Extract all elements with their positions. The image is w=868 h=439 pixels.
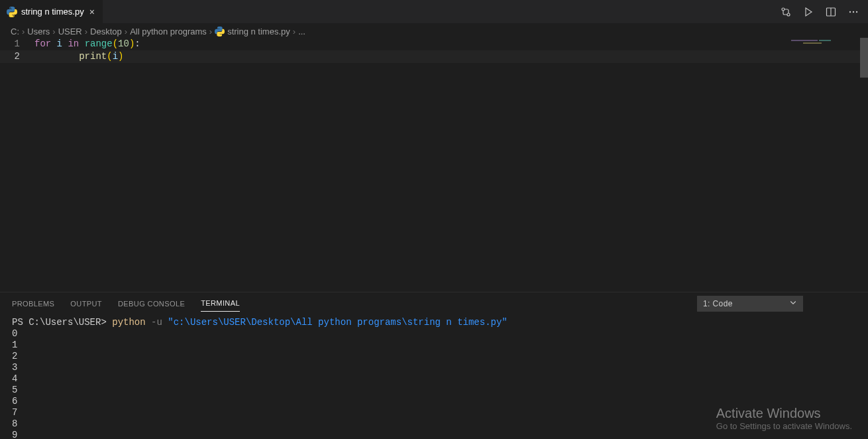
panel-tab-problems[interactable]: PROBLEMS [12, 296, 54, 312]
panel-tab-debug-console[interactable]: DEBUG CONSOLE [118, 296, 185, 312]
terminal-output-line: 0 [12, 328, 856, 340]
terminal-selector-label: 1: Code [703, 299, 733, 308]
breadcrumb-part[interactable]: C: [11, 27, 19, 36]
breadcrumb-tail[interactable]: ... [298, 27, 305, 36]
code-line[interactable]: 2 print(i) [0, 50, 868, 63]
minimap[interactable] [788, 38, 868, 64]
python-file-icon [7, 7, 17, 17]
terminal-output-line: 5 [12, 385, 856, 396]
svg-point-0 [782, 8, 785, 11]
compare-changes-icon[interactable] [781, 7, 791, 17]
terminal-output-line: 2 [12, 351, 856, 362]
breadcrumb-part[interactable]: Users [27, 27, 50, 36]
code-editor[interactable]: 1for i in range(10):2 print(i) [0, 38, 868, 292]
chevron-right-icon: › [22, 27, 25, 36]
svg-point-4 [849, 11, 851, 12]
terminal-command-line: PS C:\Users\USER> python -u "c:\Users\US… [12, 317, 856, 328]
breadcrumb-part[interactable]: Desktop [90, 27, 122, 36]
terminal-output-line: 1 [12, 340, 856, 351]
terminal-output-line: 4 [12, 373, 856, 385]
terminal-selector[interactable]: 1: Code [697, 296, 803, 312]
windows-activation-watermark: Activate Windows Go to Settings to activ… [716, 406, 852, 431]
line-number: 2 [0, 50, 34, 63]
tab-bar: string n times.py × [0, 0, 868, 23]
terminal-output-line: 3 [12, 362, 856, 373]
svg-point-6 [856, 11, 857, 12]
python-file-icon [215, 27, 225, 36]
tab-active[interactable]: string n times.py × [0, 0, 103, 23]
breadcrumb-part[interactable]: USER [58, 27, 82, 36]
code-content[interactable]: for i in range(10): [34, 38, 140, 50]
breadcrumb[interactable]: C: › Users › USER › Desktop › All python… [0, 23, 868, 38]
terminal-output-line: 9 [12, 430, 856, 439]
more-actions-icon[interactable] [848, 7, 859, 17]
svg-point-5 [853, 11, 854, 12]
chevron-down-icon [789, 298, 797, 308]
panel-tab-output[interactable]: OUTPUT [70, 296, 102, 312]
chevron-right-icon: › [209, 27, 212, 36]
editor-scrollbar[interactable] [860, 38, 868, 78]
tab-filename: string n times.py [21, 7, 84, 17]
run-icon[interactable] [803, 7, 814, 17]
code-content[interactable]: print(i) [34, 50, 123, 63]
breadcrumb-file[interactable]: string n times.py [215, 27, 290, 36]
watermark-subtitle: Go to Settings to activate Windows. [716, 421, 852, 431]
line-number: 1 [0, 38, 34, 50]
panel-tab-bar: PROBLEMSOUTPUTDEBUG CONSOLETERMINAL 1: C… [0, 292, 868, 314]
panel-tab-terminal[interactable]: TERMINAL [201, 295, 240, 312]
chevron-right-icon: › [52, 27, 55, 36]
chevron-right-icon: › [125, 27, 127, 36]
chevron-right-icon: › [293, 27, 296, 36]
code-line[interactable]: 1for i in range(10): [0, 38, 868, 50]
watermark-title: Activate Windows [716, 406, 852, 421]
breadcrumb-part[interactable]: All python programs [130, 27, 207, 36]
chevron-right-icon: › [85, 27, 87, 36]
svg-point-1 [787, 13, 790, 16]
split-editor-icon[interactable] [826, 7, 836, 17]
editor-title-actions [781, 0, 868, 23]
close-icon[interactable]: × [88, 7, 96, 17]
